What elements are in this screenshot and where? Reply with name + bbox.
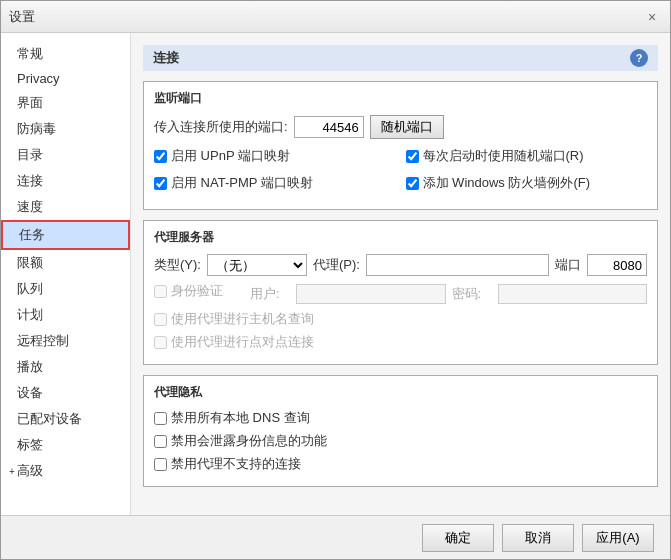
sidebar-item-advanced[interactable]: + 高级 (1, 458, 130, 484)
sidebar-item-remote[interactable]: 远程控制 (1, 328, 130, 354)
identity-checkbox[interactable] (154, 435, 167, 448)
proxy-port-label: 端口 (555, 256, 581, 274)
auth-checkbox-row[interactable]: 身份验证 (154, 282, 244, 300)
nat-checkbox-row[interactable]: 启用 NAT-PMP 端口映射 (154, 174, 396, 192)
unsupported-checkbox-row[interactable]: 禁用代理不支持的连接 (154, 455, 647, 473)
hostname-checkbox-row[interactable]: 使用代理进行主机名查询 (154, 310, 647, 328)
upnp-checkbox[interactable] (154, 150, 167, 163)
identity-label: 禁用会泄露身份信息的功能 (171, 432, 327, 450)
port-row: 传入连接所使用的端口: 随机端口 (154, 115, 647, 139)
cancel-button[interactable]: 取消 (502, 524, 574, 552)
p2p-checkbox-row[interactable]: 使用代理进行点对点连接 (154, 333, 647, 351)
proxy-type-row: 类型(Y): （无） 代理(P): 端口 (154, 254, 647, 276)
hostname-checkbox[interactable] (154, 313, 167, 326)
section-title-text: 连接 (153, 49, 179, 67)
sidebar-item-interface[interactable]: 界面 (1, 90, 130, 116)
apply-button[interactable]: 应用(A) (582, 524, 654, 552)
firewall-label: 添加 Windows 防火墙例外(F) (423, 174, 591, 192)
privacy-title: 代理隐私 (154, 384, 647, 401)
title-bar: 设置 × (1, 1, 670, 33)
expand-icon: + (9, 466, 15, 477)
close-button[interactable]: × (642, 7, 662, 27)
listen-port-group: 监听端口 传入连接所使用的端口: 随机端口 启用 UPnP 端口映射 每次启动时… (143, 81, 658, 210)
footer: 确定 取消 应用(A) (1, 515, 670, 559)
proxy-title: 代理服务器 (154, 229, 647, 246)
random-port-button[interactable]: 随机端口 (370, 115, 444, 139)
proxy-type-select[interactable]: （无） (207, 254, 307, 276)
sidebar-item-advanced-label: 高级 (17, 462, 43, 480)
listen-port-title: 监听端口 (154, 90, 647, 107)
sidebar-item-broadcast[interactable]: 播放 (1, 354, 130, 380)
proxy-addr-label: 代理(P): (313, 256, 360, 274)
proxy-port-input[interactable] (587, 254, 647, 276)
sidebar-item-plan[interactable]: 计划 (1, 302, 130, 328)
dialog-title: 设置 (9, 8, 35, 26)
sidebar-item-limit[interactable]: 限额 (1, 250, 130, 276)
checkbox-grid: 启用 UPnP 端口映射 每次启动时使用随机端口(R) 启用 NAT-PMP 端… (154, 147, 647, 197)
nat-label: 启用 NAT-PMP 端口映射 (171, 174, 313, 192)
pass-input[interactable] (498, 284, 648, 304)
proxy-group: 代理服务器 类型(Y): （无） 代理(P): 端口 身份验证 (143, 220, 658, 365)
main-content: 连接 ? 监听端口 传入连接所使用的端口: 随机端口 启用 UPnP 端口映射 (131, 33, 670, 515)
auth-row: 身份验证 用户: 密码: (154, 282, 647, 305)
sidebar-item-matched[interactable]: 已配对设备 (1, 406, 130, 432)
user-input[interactable] (296, 284, 446, 304)
nat-checkbox[interactable] (154, 177, 167, 190)
unsupported-label: 禁用代理不支持的连接 (171, 455, 301, 473)
dns-checkbox-row[interactable]: 禁用所有本地 DNS 查询 (154, 409, 647, 427)
sidebar-item-queue[interactable]: 队列 (1, 276, 130, 302)
auth-checkbox[interactable] (154, 285, 167, 298)
random-startup-label: 每次启动时使用随机端口(R) (423, 147, 584, 165)
upnp-checkbox-row[interactable]: 启用 UPnP 端口映射 (154, 147, 396, 165)
auth-label: 身份验证 (171, 282, 223, 300)
ok-button[interactable]: 确定 (422, 524, 494, 552)
sidebar-item-directory[interactable]: 目录 (1, 142, 130, 168)
sidebar-item-antivirus[interactable]: 防病毒 (1, 116, 130, 142)
random-startup-checkbox-row[interactable]: 每次启动时使用随机端口(R) (406, 147, 648, 165)
sidebar-item-speed[interactable]: 速度 (1, 194, 130, 220)
sidebar-item-privacy[interactable]: Privacy (1, 67, 130, 90)
proxy-type-label: 类型(Y): (154, 256, 201, 274)
privacy-group: 代理隐私 禁用所有本地 DNS 查询 禁用会泄露身份信息的功能 禁用代理不支持的… (143, 375, 658, 487)
firewall-checkbox-row[interactable]: 添加 Windows 防火墙例外(F) (406, 174, 648, 192)
sidebar-item-general[interactable]: 常规 (1, 41, 130, 67)
proxy-addr-input[interactable] (366, 254, 549, 276)
user-label: 用户: (250, 285, 290, 303)
port-input[interactable] (294, 116, 364, 138)
identity-checkbox-row[interactable]: 禁用会泄露身份信息的功能 (154, 432, 647, 450)
upnp-label: 启用 UPnP 端口映射 (171, 147, 290, 165)
dns-checkbox[interactable] (154, 412, 167, 425)
pass-label: 密码: (452, 285, 492, 303)
dialog-body: 常规 Privacy 界面 防病毒 目录 连接 速度 任务 限额 队列 计划 远… (1, 33, 670, 515)
dns-label: 禁用所有本地 DNS 查询 (171, 409, 310, 427)
help-icon[interactable]: ? (630, 49, 648, 67)
sidebar-item-connection[interactable]: 连接 (1, 168, 130, 194)
port-label: 传入连接所使用的端口: (154, 118, 288, 136)
sidebar: 常规 Privacy 界面 防病毒 目录 连接 速度 任务 限额 队列 计划 远… (1, 33, 131, 515)
unsupported-checkbox[interactable] (154, 458, 167, 471)
hostname-label: 使用代理进行主机名查询 (171, 310, 314, 328)
sidebar-item-task[interactable]: 任务 (1, 220, 130, 250)
sidebar-item-device[interactable]: 设备 (1, 380, 130, 406)
section-title-bar: 连接 ? (143, 45, 658, 71)
sidebar-item-tag[interactable]: 标签 (1, 432, 130, 458)
settings-dialog: 设置 × 常规 Privacy 界面 防病毒 目录 连接 速度 任务 限额 队列… (0, 0, 671, 560)
random-startup-checkbox[interactable] (406, 150, 419, 163)
p2p-label: 使用代理进行点对点连接 (171, 333, 314, 351)
p2p-checkbox[interactable] (154, 336, 167, 349)
firewall-checkbox[interactable] (406, 177, 419, 190)
